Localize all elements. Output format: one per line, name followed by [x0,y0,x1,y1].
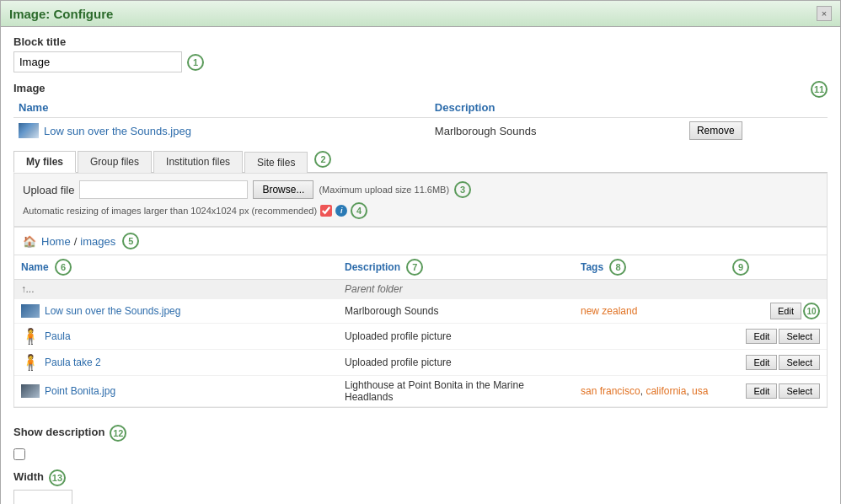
select-button[interactable]: Select [779,355,820,370]
person-icon: 🧍 [21,353,40,372]
image-thumbnail [19,123,39,138]
parent-desc-cell: Parent folder [338,280,574,299]
col-name-header: Name 6 [14,255,338,280]
browse-button[interactable]: Browse... [253,180,313,199]
folder-link[interactable]: images [80,235,115,248]
image-desc-cell: Marlborough Sounds [430,118,684,144]
file-name-link[interactable]: Paula take 2 [45,357,101,368]
resize-label: Automatic resizing of images larger than… [23,206,317,216]
circle-10: 10 [803,303,820,319]
table-row: 🧍 Paula Uploaded profile picture Edit Se… [14,324,827,350]
file-action-group: Edit Select [732,329,820,344]
tab-site-files[interactable]: Site files [244,152,308,173]
circle-13: 13 [49,469,66,486]
file-action-group: Edit 10 [732,303,820,319]
file-actions-cell: Edit Select [726,376,827,407]
file-tags-cell: new zealand [574,299,726,324]
home-link[interactable]: Home [41,235,71,248]
block-title-input[interactable] [13,51,182,72]
circle-11: 11 [811,81,828,98]
upload-row: Upload file Browse... (Maximum upload si… [23,180,818,199]
close-button[interactable]: × [817,6,832,21]
dialog-container: Image: Configure × Block title 1 Image 1… [0,0,841,504]
file-action-group: Edit Select [732,355,820,370]
select-button[interactable]: Select [779,383,820,399]
file-table: Name 6 Description 7 Tags 8 9 [14,255,827,407]
table-row: Low sun over the Sounds.jpeg Marlborough… [14,299,827,324]
circle-8: 8 [609,259,626,276]
block-title-label: Block title [13,35,828,48]
file-browser: 🏠 Home / images 5 Name 6 Description [13,227,828,408]
image-remove-cell: Remove [684,118,828,144]
file-action-group: Edit Select [732,383,820,399]
block-title-row: 1 [13,51,828,72]
circle-3: 3 [454,181,471,198]
parent-tags-cell [574,280,726,299]
tag-link[interactable]: new zealand [581,305,637,317]
file-tags-cell [574,350,726,376]
show-description-row: Show description 12 [13,425,828,442]
file-desc-cell: Lighthouse at Point Bonita in the Marine… [338,376,574,407]
circle-7: 7 [406,259,423,276]
tabs-row: My files Group files Institution files S… [13,150,828,173]
file-tags-cell [574,324,726,350]
select-button[interactable]: Select [779,329,820,344]
home-icon: 🏠 [23,235,36,248]
parent-actions-cell [726,280,827,299]
edit-button[interactable]: Edit [746,383,777,399]
image-remove-button[interactable]: Remove [689,121,742,140]
image-desc-header: Description [430,98,684,118]
circle-6: 6 [55,259,72,276]
file-desc-cell: Uploaded profile picture [338,350,574,376]
table-row: Point Bonita.jpg Lighthouse at Point Bon… [14,376,827,407]
tab-group-files[interactable]: Group files [78,151,152,173]
tag-link[interactable]: usa [692,385,708,397]
tab-institution-files[interactable]: Institution files [153,151,243,173]
circle-4: 4 [351,202,367,219]
upload-section: Upload file Browse... (Maximum upload si… [13,173,828,227]
file-name-cell: 🧍 Paula take 2 [14,350,338,376]
circle-2: 2 [314,151,331,168]
show-desc-checkbox[interactable] [13,448,25,460]
table-row: ↑... Parent folder [14,280,827,299]
circle-12: 12 [110,425,126,442]
resize-row: Automatic resizing of images larger than… [23,202,818,219]
dialog-title: Image: Configure [9,7,113,21]
image-file-link[interactable]: Low sun over the Sounds.jpeg [44,125,191,137]
width-input[interactable] [13,490,72,504]
edit-button[interactable]: Edit [746,355,777,370]
image-section-label: Image [13,82,46,94]
upload-file-input[interactable] [79,180,248,199]
width-label: Width [13,470,44,483]
file-name-cell: Point Bonita.jpg [14,376,338,407]
tag-link[interactable]: san francisco [581,385,640,397]
file-table-header: Name 6 Description 7 Tags 8 9 [14,255,827,280]
col-desc-header: Description 7 [338,255,574,280]
width-row: Width 13 [13,469,828,504]
file-actions-cell: Edit 10 [726,299,827,324]
file-thumbnail [21,384,40,398]
tab-my-files[interactable]: My files [13,151,76,173]
breadcrumb: 🏠 Home / images 5 [14,228,827,255]
file-name-cell: 🧍 Paula [14,324,338,350]
image-name-cell: Low sun over the Sounds.jpeg [13,118,430,144]
file-name-link[interactable]: Point Bonita.jpg [45,385,115,397]
circle-5: 5 [122,233,139,249]
tag-link[interactable]: california [645,385,686,397]
info-icon[interactable]: i [335,205,347,217]
resize-checkbox[interactable] [320,205,332,217]
image-action-header [684,98,828,118]
show-desc-label: Show description [13,426,104,438]
edit-button[interactable]: Edit [770,303,801,319]
breadcrumb-sep: / [74,235,78,248]
col-tags-header: Tags 8 [574,255,726,280]
col-actions-header: 9 [726,255,827,280]
file-name-link[interactable]: Paula [45,330,71,342]
edit-button[interactable]: Edit [746,329,777,344]
image-section: Image 11 Name Description [13,81,828,143]
file-name-link[interactable]: Low sun over the Sounds.jpeg [45,305,180,317]
circle-9: 9 [732,259,749,276]
file-desc-cell: Uploaded profile picture [338,324,574,350]
image-name-header: Name [13,98,430,118]
file-name-cell: Low sun over the Sounds.jpeg [14,299,338,324]
